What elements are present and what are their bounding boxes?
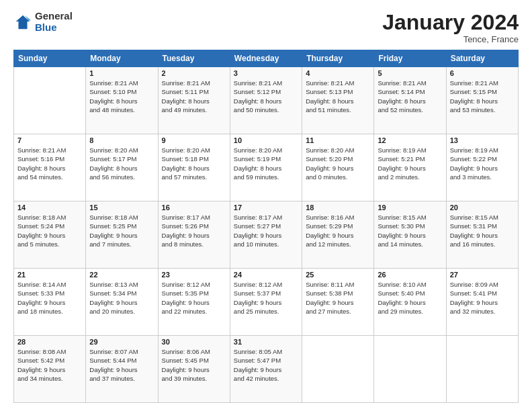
calendar-cell: 19Sunrise: 8:15 AM Sunset: 5:30 PM Dayli… [374, 201, 446, 269]
calendar-cell: 20Sunrise: 8:15 AM Sunset: 5:31 PM Dayli… [446, 201, 518, 269]
day-number: 27 [450, 271, 515, 279]
day-detail: Sunrise: 8:12 AM Sunset: 5:37 PM Dayligh… [234, 280, 298, 316]
day-header-monday: Monday [86, 50, 158, 67]
calendar-cell: 21Sunrise: 8:14 AM Sunset: 5:33 PM Dayli… [14, 269, 86, 336]
day-number: 19 [378, 203, 442, 212]
day-detail: Sunrise: 8:11 AM Sunset: 5:38 PM Dayligh… [306, 280, 370, 316]
day-detail: Sunrise: 8:21 AM Sunset: 5:12 PM Dayligh… [234, 79, 298, 114]
day-detail: Sunrise: 8:21 AM Sunset: 5:10 PM Dayligh… [89, 79, 154, 114]
day-number: 3 [234, 69, 298, 77]
day-number: 31 [234, 338, 298, 346]
logo-general-text: General [35, 11, 73, 22]
day-detail: Sunrise: 8:15 AM Sunset: 5:30 PM Dayligh… [378, 213, 442, 248]
day-number: 8 [89, 136, 154, 144]
day-number: 14 [17, 203, 82, 212]
day-detail: Sunrise: 8:21 AM Sunset: 5:11 PM Dayligh… [162, 79, 226, 114]
calendar-table: SundayMondayTuesdayWednesdayThursdayFrid… [13, 50, 519, 403]
calendar-cell: 6Sunrise: 8:21 AM Sunset: 5:15 PM Daylig… [446, 67, 518, 134]
calendar-cell: 7Sunrise: 8:21 AM Sunset: 5:16 PM Daylig… [14, 134, 86, 201]
day-detail: Sunrise: 8:06 AM Sunset: 5:45 PM Dayligh… [162, 347, 226, 383]
logo-blue-text: Blue [35, 22, 73, 34]
day-detail: Sunrise: 8:21 AM Sunset: 5:14 PM Dayligh… [378, 79, 442, 114]
day-number: 9 [162, 136, 226, 144]
svg-marker-0 [16, 15, 30, 29]
calendar-cell: 24Sunrise: 8:12 AM Sunset: 5:37 PM Dayli… [230, 269, 302, 336]
week-row-5: 28Sunrise: 8:08 AM Sunset: 5:42 PM Dayli… [14, 336, 519, 403]
month-title: January 2024 [382, 11, 519, 34]
day-number: 13 [450, 136, 515, 144]
day-header-wednesday: Wednesday [230, 50, 302, 67]
calendar-cell: 27Sunrise: 8:09 AM Sunset: 5:41 PM Dayli… [446, 269, 518, 336]
calendar-cell: 31Sunrise: 8:05 AM Sunset: 5:47 PM Dayli… [230, 336, 302, 403]
day-number: 29 [89, 338, 154, 346]
calendar-cell [446, 336, 518, 403]
day-number: 23 [162, 271, 226, 279]
day-detail: Sunrise: 8:09 AM Sunset: 5:41 PM Dayligh… [450, 280, 515, 316]
day-header-thursday: Thursday [302, 50, 374, 67]
calendar-cell: 30Sunrise: 8:06 AM Sunset: 5:45 PM Dayli… [158, 336, 230, 403]
day-number: 22 [89, 271, 154, 279]
day-number: 7 [17, 136, 82, 144]
week-row-3: 14Sunrise: 8:18 AM Sunset: 5:24 PM Dayli… [14, 201, 519, 269]
calendar-cell: 25Sunrise: 8:11 AM Sunset: 5:38 PM Dayli… [302, 269, 374, 336]
day-detail: Sunrise: 8:20 AM Sunset: 5:18 PM Dayligh… [162, 146, 226, 181]
calendar-cell: 10Sunrise: 8:20 AM Sunset: 5:19 PM Dayli… [230, 134, 302, 201]
day-header-sunday: Sunday [14, 50, 86, 67]
title-block: January 2024 Tence, France [382, 11, 519, 44]
calendar-cell: 29Sunrise: 8:07 AM Sunset: 5:44 PM Dayli… [86, 336, 158, 403]
calendar-cell: 16Sunrise: 8:17 AM Sunset: 5:26 PM Dayli… [158, 201, 230, 269]
day-detail: Sunrise: 8:20 AM Sunset: 5:19 PM Dayligh… [234, 146, 298, 181]
day-detail: Sunrise: 8:15 AM Sunset: 5:31 PM Dayligh… [450, 213, 515, 248]
day-number: 26 [378, 271, 442, 279]
calendar-cell: 14Sunrise: 8:18 AM Sunset: 5:24 PM Dayli… [14, 201, 86, 269]
day-header-friday: Friday [374, 50, 446, 67]
day-number: 25 [306, 271, 370, 279]
day-detail: Sunrise: 8:20 AM Sunset: 5:17 PM Dayligh… [89, 146, 154, 181]
day-number: 18 [306, 203, 370, 212]
calendar-cell: 3Sunrise: 8:21 AM Sunset: 5:12 PM Daylig… [230, 67, 302, 134]
day-number: 30 [162, 338, 226, 346]
day-number: 24 [234, 271, 298, 279]
day-detail: Sunrise: 8:19 AM Sunset: 5:21 PM Dayligh… [378, 146, 442, 181]
day-detail: Sunrise: 8:12 AM Sunset: 5:35 PM Dayligh… [162, 280, 226, 316]
calendar-cell [374, 336, 446, 403]
day-number: 20 [450, 203, 515, 212]
header-row: SundayMondayTuesdayWednesdayThursdayFrid… [14, 50, 519, 67]
day-number: 5 [378, 69, 442, 77]
day-detail: Sunrise: 8:18 AM Sunset: 5:25 PM Dayligh… [89, 213, 154, 248]
calendar-cell: 13Sunrise: 8:19 AM Sunset: 5:22 PM Dayli… [446, 134, 518, 201]
day-detail: Sunrise: 8:16 AM Sunset: 5:29 PM Dayligh… [306, 213, 370, 248]
week-row-2: 7Sunrise: 8:21 AM Sunset: 5:16 PM Daylig… [14, 134, 519, 201]
calendar-cell: 8Sunrise: 8:20 AM Sunset: 5:17 PM Daylig… [86, 134, 158, 201]
day-detail: Sunrise: 8:18 AM Sunset: 5:24 PM Dayligh… [17, 213, 82, 248]
calendar-cell: 18Sunrise: 8:16 AM Sunset: 5:29 PM Dayli… [302, 201, 374, 269]
logo-icon [13, 13, 32, 32]
calendar-cell: 2Sunrise: 8:21 AM Sunset: 5:11 PM Daylig… [158, 67, 230, 134]
day-number: 12 [378, 136, 442, 144]
header: General Blue January 2024 Tence, France [13, 11, 519, 44]
calendar-cell: 5Sunrise: 8:21 AM Sunset: 5:14 PM Daylig… [374, 67, 446, 134]
calendar-cell: 28Sunrise: 8:08 AM Sunset: 5:42 PM Dayli… [14, 336, 86, 403]
calendar-cell: 12Sunrise: 8:19 AM Sunset: 5:21 PM Dayli… [374, 134, 446, 201]
day-number: 21 [17, 271, 82, 279]
calendar-cell: 4Sunrise: 8:21 AM Sunset: 5:13 PM Daylig… [302, 67, 374, 134]
calendar-cell: 26Sunrise: 8:10 AM Sunset: 5:40 PM Dayli… [374, 269, 446, 336]
day-detail: Sunrise: 8:21 AM Sunset: 5:16 PM Dayligh… [17, 146, 82, 181]
day-number: 1 [89, 69, 154, 77]
day-detail: Sunrise: 8:05 AM Sunset: 5:47 PM Dayligh… [234, 347, 298, 383]
calendar-cell: 11Sunrise: 8:20 AM Sunset: 5:20 PM Dayli… [302, 134, 374, 201]
calendar-cell: 22Sunrise: 8:13 AM Sunset: 5:34 PM Dayli… [86, 269, 158, 336]
calendar-page: General Blue January 2024 Tence, France … [0, 0, 532, 411]
calendar-cell: 1Sunrise: 8:21 AM Sunset: 5:10 PM Daylig… [86, 67, 158, 134]
day-number: 28 [17, 338, 82, 346]
day-number: 4 [306, 69, 370, 77]
calendar-cell [14, 67, 86, 134]
day-number: 17 [234, 203, 298, 212]
calendar-cell: 9Sunrise: 8:20 AM Sunset: 5:18 PM Daylig… [158, 134, 230, 201]
day-detail: Sunrise: 8:13 AM Sunset: 5:34 PM Dayligh… [89, 280, 154, 316]
day-detail: Sunrise: 8:21 AM Sunset: 5:13 PM Dayligh… [306, 79, 370, 114]
day-header-saturday: Saturday [446, 50, 518, 67]
day-header-tuesday: Tuesday [158, 50, 230, 67]
day-detail: Sunrise: 8:21 AM Sunset: 5:15 PM Dayligh… [450, 79, 515, 114]
calendar-cell [302, 336, 374, 403]
